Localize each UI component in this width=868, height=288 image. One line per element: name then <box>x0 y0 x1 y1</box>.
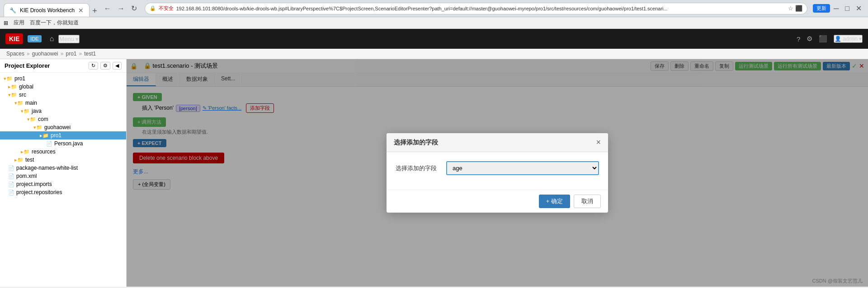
tree-label: project.repositories <box>16 189 62 195</box>
sidebar-item-test[interactable]: ▸📁 test <box>0 156 126 164</box>
folder-icon: ▾📁 <box>33 125 42 130</box>
not-secure-label: 不安全 <box>159 5 174 12</box>
sidebar-item-resources[interactable]: ▸📁 resources <box>0 148 126 156</box>
tab-favicon: 🔧 <box>9 7 16 14</box>
file-icon: 📄 <box>8 190 14 195</box>
address-actions: ☆ ⬛ <box>788 5 802 12</box>
tree-label: global <box>19 84 33 90</box>
folder-icon: ▾📁 <box>4 76 13 82</box>
reload-button[interactable]: ↻ <box>129 3 139 14</box>
sidebar-refresh-button[interactable]: ↻ <box>89 62 98 70</box>
menu-button[interactable]: Menu ▾ <box>58 35 80 43</box>
tree-view: ▾📁 pro1 ▸📁 global ▾📁 src ▾📁 main ▾📁 java… <box>0 73 126 287</box>
tree-label: package-names-white-list <box>16 165 78 171</box>
sidebar-item-main[interactable]: ▾📁 main <box>0 99 126 107</box>
cast-icon[interactable]: ⬛ <box>795 5 802 12</box>
modal-field-row: 选择添加的字段 age <box>396 161 599 175</box>
sidebar-header: Project Explorer ↻ ⚙ ◀ <box>0 59 126 73</box>
maximize-button[interactable]: □ <box>842 4 852 13</box>
browser-tab[interactable]: 🔧 KIE Drools Workbench ✕ <box>4 3 90 17</box>
modal-confirm-button[interactable]: + 确定 <box>539 195 570 208</box>
tab-bar: 🔧 KIE Drools Workbench ✕ + <box>4 0 100 17</box>
folder-icon: ▾📁 <box>21 108 30 114</box>
back-button[interactable]: ← <box>102 4 113 14</box>
sidebar-item-whitelist[interactable]: 📄 package-names-white-list <box>0 164 126 172</box>
folder-icon: ▸📁 <box>8 84 17 90</box>
help-icon[interactable]: ? <box>797 35 800 43</box>
sidebar-item-pom[interactable]: 📄 pom.xml <box>0 172 126 180</box>
sidebar-item-repositories[interactable]: 📄 project.repositories <box>0 188 126 196</box>
breadcrumb-project[interactable]: pro1 <box>66 51 76 57</box>
breadcrumb-spaces[interactable]: Spaces <box>6 51 24 57</box>
sidebar-item-java[interactable]: ▾📁 java <box>0 107 126 115</box>
folder-icon: ▸📁 <box>14 157 24 163</box>
sidebar-settings-button[interactable]: ⚙ <box>100 62 110 70</box>
breadcrumb-sep1: » <box>27 51 30 57</box>
modal-footer: + 确定 取消 <box>387 190 608 213</box>
user-menu-button[interactable]: 👤 admin ▾ <box>834 35 863 43</box>
sidebar-item-pro1-root[interactable]: ▾📁 pro1 <box>0 74 126 83</box>
folder-icon: ▸📁 <box>21 149 30 155</box>
tree-label: Person.java <box>54 140 83 147</box>
tree-label: pro1 <box>14 75 25 82</box>
new-tab-button[interactable]: + <box>90 5 100 17</box>
tree-label: resources <box>32 149 56 155</box>
window-controls: 更新 ─ □ ✕ <box>813 4 864 13</box>
camera-icon[interactable]: ⬛ <box>819 35 827 43</box>
tree-label: project.imports <box>16 181 52 187</box>
sidebar-item-src[interactable]: ▾📁 src <box>0 91 126 99</box>
sidebar-item-global[interactable]: ▸📁 global <box>0 83 126 91</box>
folder-icon: ▸📁 <box>40 133 49 139</box>
sidebar-item-com[interactable]: ▾📁 com <box>0 115 126 123</box>
modal-field-select[interactable]: age <box>446 161 599 175</box>
breadcrumb: Spaces » guohaowei » pro1 » test1 <box>0 49 868 59</box>
close-button[interactable]: ✕ <box>853 4 864 13</box>
address-text: 192.168.86.101:8080/drools-wb/kie-drools… <box>176 6 785 11</box>
bookmark-icon[interactable]: ☆ <box>788 5 793 12</box>
tree-label: main <box>25 100 37 106</box>
topbar-right: ? ⚙ ⬛ 👤 admin ▾ <box>797 35 863 43</box>
home-icon[interactable]: ⌂ <box>50 35 54 43</box>
menu-arrow-icon: ▾ <box>75 36 79 42</box>
sidebar-item-person-java[interactable]: 📄 Person.java <box>0 139 126 148</box>
sidebar-item-pro1-selected[interactable]: ▸📁 pro1 <box>0 131 126 139</box>
breadcrumb-file[interactable]: test1 <box>84 51 96 57</box>
address-bar[interactable]: 🔒 不安全 192.168.86.101:8080/drools-wb/kie-… <box>145 3 807 14</box>
browser-controls: ← → ↻ <box>102 3 139 14</box>
gear-icon[interactable]: ⚙ <box>807 35 812 43</box>
folder-icon: ▾📁 <box>27 116 36 122</box>
tree-label: pro1 <box>51 132 61 139</box>
bookmarks-bar: ⊞ 应用 百度一下，你就知道 <box>0 17 868 29</box>
tree-label: test <box>25 157 34 163</box>
ide-badge: IDE <box>28 35 41 42</box>
forward-button[interactable]: → <box>115 4 127 14</box>
modal-close-button[interactable]: × <box>596 138 601 147</box>
modal-dialog: 选择添加的字段 × 选择添加的字段 age + 确定 取消 <box>387 133 608 213</box>
minimize-button[interactable]: ─ <box>831 4 841 13</box>
breadcrumb-user[interactable]: guohaowei <box>32 51 58 57</box>
main-layout: Project Explorer ↻ ⚙ ◀ ▾📁 pro1 ▸📁 global… <box>0 59 868 287</box>
folder-icon: ▾📁 <box>14 100 24 106</box>
modal-header: 选择添加的字段 × <box>387 133 608 152</box>
update-button[interactable]: 更新 <box>813 4 830 13</box>
modal-cancel-button[interactable]: 取消 <box>574 195 601 208</box>
sidebar-item-imports[interactable]: 📄 project.imports <box>0 180 126 188</box>
tree-label: src <box>19 92 26 98</box>
sidebar-collapse-button[interactable]: ◀ <box>113 62 122 70</box>
user-arrow-icon: ▾ <box>859 36 862 42</box>
sidebar-item-guohaowei[interactable]: ▾📁 guohaowei <box>0 123 126 131</box>
browser-chrome: 🔧 KIE Drools Workbench ✕ + ← → ↻ 🔒 不安全 1… <box>0 0 868 17</box>
bookmark-baidu[interactable]: 百度一下，你就知道 <box>30 19 79 27</box>
app-topbar: KIE IDE ⌂ Menu ▾ ? ⚙ ⬛ 👤 admin ▾ <box>0 29 868 49</box>
tab-title: KIE Drools Workbench <box>20 7 75 14</box>
sidebar-icon-group: ↻ ⚙ ◀ <box>89 62 122 70</box>
kie-logo: KIE <box>5 33 23 44</box>
sidebar-title: Project Explorer <box>5 62 50 69</box>
folder-icon: ▾📁 <box>8 92 17 98</box>
file-icon: 📄 <box>46 141 52 147</box>
content-area: 🔒 🔒 test1.scenario - 测试场景 保存 删除 重命名 复制 运… <box>127 59 868 287</box>
bookmark-apps[interactable]: 应用 <box>14 19 24 27</box>
tab-close-icon[interactable]: ✕ <box>78 7 84 14</box>
file-icon: 📄 <box>8 181 14 187</box>
file-icon: 📄 <box>8 165 14 171</box>
